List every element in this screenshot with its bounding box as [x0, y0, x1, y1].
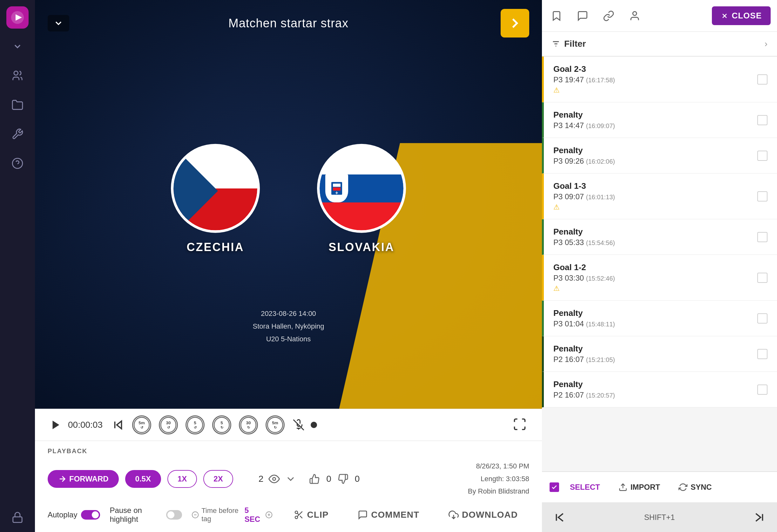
event-checkbox[interactable] — [757, 232, 767, 242]
download-icon — [449, 510, 459, 520]
action-buttons: CLIP COMMENT DOWNLOAD — [283, 504, 529, 526]
volume-button[interactable] — [290, 417, 307, 433]
nav-prev-button[interactable] — [551, 509, 568, 526]
event-item[interactable]: Penalty P2 16:07 (15:21:05) — [542, 336, 777, 372]
event-item[interactable]: Goal 1-2 P3 03:30 (15:52:46) ⚠ — [542, 255, 777, 301]
event-type: Penalty — [553, 344, 757, 354]
svg-text:↻: ↻ — [220, 426, 223, 429]
event-checkbox[interactable] — [757, 74, 767, 85]
event-item[interactable]: Penalty P3 05:33 (15:54:56) — [542, 219, 777, 255]
event-checkbox[interactable] — [757, 150, 767, 161]
app-logo[interactable] — [6, 6, 29, 29]
svg-rect-5 — [13, 517, 22, 522]
skip-back-5-button[interactable]: 5 ↺ — [186, 415, 205, 434]
svg-point-42 — [295, 516, 298, 519]
svg-text:↻: ↻ — [247, 426, 250, 429]
skip-forward-5m-button[interactable]: 5m ↻ — [265, 415, 285, 434]
event-checkbox[interactable] — [757, 313, 767, 324]
bookmark-icon-button[interactable] — [548, 8, 565, 24]
close-button[interactable]: CLOSE — [712, 6, 771, 25]
pause-toggle[interactable] — [166, 510, 182, 520]
filter-label: Filter — [551, 39, 586, 49]
svg-text:5: 5 — [220, 420, 223, 425]
sidebar-item-users[interactable] — [9, 67, 26, 84]
sync-button[interactable]: SYNC — [671, 478, 719, 496]
nav-shortcut: SHIFT+1 — [644, 513, 675, 522]
event-item[interactable]: Goal 2-3 P3 19:47 (16:17:58) ⚠ — [542, 57, 777, 102]
pause-label: Pause on highlight — [110, 506, 182, 524]
skip-to-start-button[interactable] — [110, 417, 126, 433]
svg-marker-10 — [53, 420, 60, 429]
event-content: Penalty P3 14:47 (16:09:07) — [553, 110, 757, 130]
event-checkbox[interactable] — [757, 115, 767, 125]
czechia-flag — [171, 144, 260, 233]
event-content: Goal 1-3 P3 09:07 (16:01:13) ⚠ — [553, 181, 757, 211]
autoplay-toggle[interactable] — [81, 510, 100, 520]
sidebar-item-tools[interactable] — [9, 126, 26, 142]
svg-point-3 — [12, 158, 22, 169]
event-item[interactable]: Goal 1-3 P3 09:07 (16:01:13) ⚠ — [542, 174, 777, 219]
sidebar-item-folder[interactable] — [9, 97, 26, 113]
sidebar — [0, 0, 35, 532]
event-item[interactable]: Penalty P3 01:04 (15:48:11) — [542, 301, 777, 336]
thumbs-up-icon[interactable] — [309, 473, 320, 484]
forward-button[interactable]: FORWARD — [48, 470, 119, 488]
thumbs-down-icon[interactable] — [338, 473, 348, 484]
speed-05x-button[interactable]: 0.5X — [125, 470, 161, 488]
time-display: 00:00:03 — [68, 420, 106, 430]
event-checkbox[interactable] — [757, 349, 767, 359]
filter-bar: Filter › — [542, 32, 777, 57]
event-item[interactable]: Penalty P3 14:47 (16:09:07) — [542, 102, 777, 138]
select-button[interactable]: SELECT — [562, 478, 608, 496]
skip-forward-5-button[interactable]: 5 ↻ — [212, 415, 231, 434]
nav-dropdown[interactable] — [12, 41, 22, 51]
import-button[interactable]: IMPORT — [611, 478, 668, 496]
team-czechia-name: CZECHIA — [187, 240, 244, 254]
event-item[interactable]: Penalty P2 16:07 (15:20:57) — [542, 372, 777, 407]
clip-button[interactable]: CLIP — [283, 504, 340, 526]
svg-text:+: + — [335, 190, 338, 196]
event-content: Penalty P2 16:07 (15:20:57) — [553, 380, 757, 400]
sidebar-item-lock[interactable] — [9, 509, 26, 526]
team-czechia: CZECHIA — [171, 144, 260, 254]
event-time: P3 03:30 (15:52:46) — [553, 274, 757, 283]
event-type: Penalty — [553, 227, 757, 237]
filter-chevron[interactable]: › — [765, 39, 767, 49]
comment-button[interactable]: COMMENT — [346, 504, 431, 526]
svg-text:↺: ↺ — [194, 426, 197, 429]
team-slovakia-name: SLOVAKIA — [328, 240, 394, 254]
play-button[interactable] — [48, 417, 64, 433]
event-item[interactable]: Penalty P3 09:26 (16:02:06) — [542, 138, 777, 174]
event-checkbox[interactable] — [757, 191, 767, 202]
chat-icon-button[interactable] — [574, 8, 591, 24]
meta-by: By Robin Blidstrand — [468, 485, 529, 498]
event-content: Penalty P2 16:07 (15:21:05) — [553, 344, 757, 364]
speed-2x-button[interactable]: 2X — [203, 470, 233, 488]
minus-circle-icon — [192, 510, 199, 519]
volume-slider-dot[interactable] — [311, 422, 317, 428]
nav-next-button[interactable] — [751, 509, 767, 526]
views-dropdown-icon[interactable] — [285, 473, 296, 485]
skip-back-30-button[interactable]: 30 ↺ — [159, 415, 178, 434]
video-dropdown-button[interactable] — [48, 15, 69, 31]
fullscreen-button[interactable] — [510, 415, 529, 435]
live-button[interactable] — [501, 9, 529, 37]
playback-row: FORWARD 0.5X 1X 2X 2 — [48, 460, 529, 498]
user-icon-button[interactable] — [627, 8, 643, 24]
autoplay-label: Autoplay — [48, 510, 100, 520]
sidebar-item-help[interactable] — [9, 155, 26, 172]
link-icon-button[interactable] — [600, 8, 617, 24]
select-checkbox-icon — [550, 483, 559, 492]
skip-back-5m-button[interactable]: 5m ↺ — [132, 415, 151, 434]
event-checkbox[interactable] — [757, 273, 767, 283]
svg-line-45 — [297, 513, 299, 515]
thumbs-down-count: 0 — [355, 474, 360, 484]
speed-1x-button[interactable]: 1X — [168, 470, 197, 488]
event-checkbox[interactable] — [757, 385, 767, 395]
skip-forward-30-button[interactable]: 30 ↻ — [239, 415, 258, 434]
event-time: P3 01:04 (15:48:11) — [553, 319, 757, 328]
download-button[interactable]: DOWNLOAD — [437, 504, 529, 526]
sidebar-bottom — [9, 509, 26, 526]
filter-icon — [551, 39, 560, 48]
playback-section: PLAYBACK FORWARD 0.5X 1X 2X 2 — [35, 440, 542, 532]
